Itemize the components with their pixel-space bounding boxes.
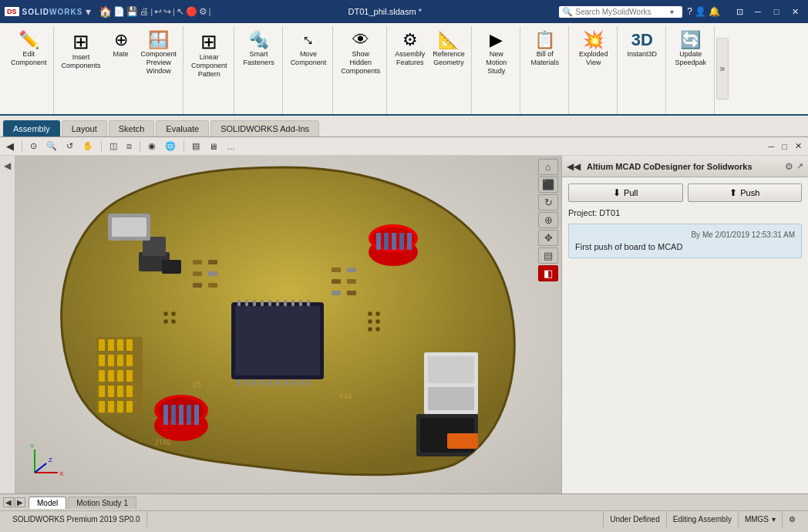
show-hidden-btn[interactable]: 👁 ShowHiddenComponents <box>338 29 383 77</box>
help-icon[interactable]: ? <box>687 6 692 17</box>
bill-of-materials-btn[interactable]: 📋 Bill ofMaterials <box>525 29 565 69</box>
user-icon[interactable]: 👤 <box>695 6 706 17</box>
minimize-btn[interactable]: ─ <box>749 5 766 18</box>
zoom-fit-btn[interactable]: ⊙ <box>27 140 40 153</box>
main-area: ◀ <box>0 156 808 493</box>
section-view-btn[interactable]: ▤ <box>189 140 203 153</box>
viewport-close-btn[interactable]: ✕ <box>792 140 805 153</box>
zoom-area-btn[interactable]: 🔍 <box>43 140 60 153</box>
tab-solidworks-addins[interactable]: SOLIDWORKS Add-Ins <box>210 120 319 136</box>
svg-rect-26 <box>384 233 389 250</box>
ribbon-group-speedpak: 🔄 UpdateSpeedpak <box>668 26 715 114</box>
insert-components-btn[interactable]: ⊞ InsertComponents <box>59 29 104 77</box>
view-cube-btn[interactable]: ⬛ <box>538 177 558 193</box>
rebuild-icon[interactable]: 🔴 <box>186 6 197 17</box>
pull-icon: ⬇ <box>613 187 621 198</box>
panel-settings-btn[interactable]: ⚙ <box>785 161 793 172</box>
ribbon-group-assembly-features: ⚙ AssemblyFeatures 📐 ReferenceGeometry <box>389 26 472 114</box>
more-view-btn[interactable]: … <box>224 140 238 153</box>
svg-rect-8 <box>284 300 287 306</box>
restore-btn[interactable]: □ <box>768 5 785 18</box>
scene-btn[interactable]: 🌐 <box>162 140 179 153</box>
status-units: MMGS ▾ <box>739 511 783 527</box>
model-tab-model[interactable]: Model <box>29 497 66 509</box>
units-dropdown[interactable]: ▾ <box>772 515 776 524</box>
zoom-view-btn[interactable]: ⊕ <box>538 212 558 228</box>
version-text: SOLIDWORKS Premium 2019 SP0.0 <box>12 515 140 524</box>
update-speedpak-btn[interactable]: 🔄 UpdateSpeedpak <box>671 29 711 69</box>
motion-study-btn[interactable]: ▶ NewMotionStudy <box>476 29 517 77</box>
pull-btn[interactable]: ⬇ Pull <box>568 184 683 202</box>
model-tab-next-btn[interactable]: ▶ <box>15 497 25 507</box>
move-component-btn[interactable]: ↔ MoveComponent <box>288 29 330 69</box>
monitor-btn[interactable]: 🖥 <box>206 140 221 153</box>
panel-external-btn[interactable]: ↗ <box>796 161 803 171</box>
notification-icon[interactable]: 🔔 <box>709 6 720 17</box>
close-btn[interactable]: ✕ <box>786 5 803 18</box>
viewport-restore-btn[interactable]: □ <box>779 140 790 153</box>
logo-area: DS SOLIDWORKS ▾ <box>5 5 91 18</box>
component-preview-label: ComponentPreviewWindow <box>141 50 177 75</box>
edit-component-btn[interactable]: ✏️ EditComponent <box>8 29 50 69</box>
push-btn[interactable]: ⬆ Push <box>688 184 803 202</box>
new-icon[interactable]: 🏠 <box>99 5 112 18</box>
pcb-board-svg: JTAG R44 U5 <box>39 160 532 483</box>
svg-rect-5 <box>261 300 264 306</box>
options-icon[interactable]: ⚙ <box>199 6 207 17</box>
search-box[interactable]: 🔍 ▾ <box>559 6 682 18</box>
redo-icon[interactable]: ↪ <box>163 6 171 17</box>
model-tab-prev-btn[interactable]: ◀ <box>3 497 14 507</box>
svg-point-94 <box>171 319 176 324</box>
view-settings-btn[interactable]: ⧈ <box>123 140 135 153</box>
tab-layout[interactable]: Layout <box>62 120 107 136</box>
select-icon[interactable]: ↖ <box>177 6 184 17</box>
print-icon[interactable]: 🖨 <box>140 6 149 17</box>
tile-windows-btn[interactable]: ⊡ <box>731 5 748 18</box>
undo-icon[interactable]: ↩ <box>154 6 162 17</box>
instant3d-btn[interactable]: 3D Instant3D <box>622 29 662 61</box>
collapse-left-btn[interactable]: ◀ <box>3 139 17 153</box>
commit-header: By Me 2/01/2019 12:53:31 AM <box>575 231 795 239</box>
pan-view-btn[interactable]: ✥ <box>538 230 558 246</box>
sketch-display-btn[interactable]: ◫ <box>106 140 120 153</box>
assembly-features-btn[interactable]: ⚙ AssemblyFeatures <box>392 29 428 69</box>
svg-rect-28 <box>399 233 404 250</box>
side-nav-btn-1[interactable]: ◀ <box>2 159 12 173</box>
search-dropdown[interactable]: ▾ <box>670 8 674 16</box>
search-input[interactable] <box>575 8 668 16</box>
mate-btn[interactable]: ⊕ Mate <box>106 29 136 77</box>
home-view-btn[interactable]: ⌂ <box>538 159 558 175</box>
svg-rect-81 <box>447 433 478 449</box>
smart-fasteners-btn[interactable]: 🔩 SmartFasteners <box>239 29 279 69</box>
reference-geometry-label: ReferenceGeometry <box>433 50 465 67</box>
pan-btn[interactable]: ✋ <box>79 140 96 153</box>
svg-rect-67 <box>193 260 202 264</box>
display-style-btn[interactable]: ◉ <box>145 140 159 153</box>
viewport-minimize-btn[interactable]: ─ <box>766 140 778 153</box>
model-tab-motion-study[interactable]: Motion Study 1 <box>68 497 136 509</box>
exploded-view-btn[interactable]: 💥 ExplodedView <box>574 29 614 69</box>
save-icon[interactable]: 💾 <box>126 6 138 17</box>
section-view-btn[interactable]: ◧ <box>538 265 558 281</box>
editing-text: Editing Assembly <box>673 515 732 524</box>
viewport-3d[interactable]: JTAG R44 U5 <box>15 156 561 493</box>
show-hidden-icon: 👁 <box>352 32 369 49</box>
open-icon[interactable]: 📄 <box>113 6 125 17</box>
component-preview-btn[interactable]: 🪟 ComponentPreviewWindow <box>138 29 180 77</box>
tab-evaluate[interactable]: Evaluate <box>156 120 209 136</box>
tab-sketch[interactable]: Sketch <box>109 120 155 136</box>
ribbon-more-btn[interactable]: » <box>716 38 729 99</box>
panel-collapse-btn[interactable]: ◀◀ <box>567 161 581 172</box>
svg-rect-74 <box>347 268 356 272</box>
rotate-btn[interactable]: ↺ <box>63 140 76 153</box>
axis-svg: X Y Z <box>27 442 66 480</box>
tab-assembly[interactable]: Assembly <box>3 120 60 136</box>
speedpak-label: UpdateSpeedpak <box>675 50 706 67</box>
app-menu-arrow[interactable]: ▾ <box>86 5 91 18</box>
reference-geometry-btn[interactable]: 📐 ReferenceGeometry <box>429 29 468 69</box>
linear-pattern-btn[interactable]: ⊞ LinearComponentPattern <box>188 29 231 80</box>
status-version: SOLIDWORKS Premium 2019 SP0.0 <box>6 511 147 527</box>
display-pane-btn[interactable]: ▤ <box>538 247 558 264</box>
rotate-view-btn[interactable]: ↻ <box>538 194 558 210</box>
title-center: DT01_phil.sldasm * <box>215 7 554 16</box>
